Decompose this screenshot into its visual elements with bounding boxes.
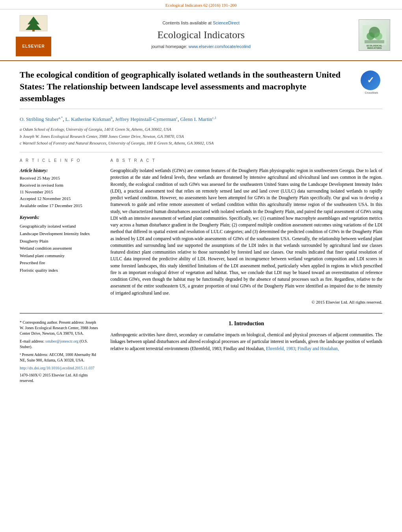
intro-body: Anthropogenic activities have direct, se… — [110, 332, 382, 352]
keyword6: Prescribed fire — [20, 260, 99, 267]
abstract-text: Geographically isolated wetlands (GIWs) … — [110, 167, 382, 305]
svg-point-6 — [374, 32, 382, 40]
article-content: The ecological condition of geographical… — [0, 61, 402, 394]
abstract-copyright: © 2015 Elsevier Ltd. All rights reserved… — [110, 299, 382, 306]
sciencedirect-link[interactable]: ScienceDirect — [213, 20, 240, 25]
keyword2: Landscape Development Intensity Index — [20, 230, 99, 237]
author3-link[interactable]: Jeffrey Hepinstall-Cymerman — [115, 117, 176, 122]
present-address-footnote: ¹ Present Address: AECOM, 1000 Abernathy… — [20, 352, 99, 363]
available-online: Available online 17 December 2015 — [20, 203, 99, 209]
journal-homepage-link[interactable]: www.elsevier.com/locate/ecolind — [188, 44, 251, 49]
eco-indicators-logo: ECOLOGICAL INDICATORS — [359, 19, 390, 51]
keyword4: Wetland condition assessment — [20, 245, 99, 252]
received-revised-label: Received in revised form — [20, 182, 99, 188]
article-title-section: The ecological condition of geographical… — [20, 69, 382, 109]
article-info-header: A R T I C L E I N F O — [20, 158, 99, 163]
author1-link[interactable]: O. Stribling Stuber — [20, 117, 59, 122]
journal-top-bar: Ecological Indicators 62 (2016) 191–200 — [0, 0, 402, 9]
intro-section: * Corresponding author. Present address:… — [20, 320, 382, 386]
keyword3: Dougherty Plain — [20, 238, 99, 245]
crossmark-icon[interactable]: ✓ — [361, 70, 380, 90]
abstract-header: A B S T R A C T — [110, 158, 382, 163]
history-label: Article history: — [20, 167, 99, 174]
article-title: The ecological condition of geographical… — [20, 69, 361, 104]
contents-available-line: Contents lists available at ScienceDirec… — [55, 20, 347, 26]
ehrenfeld-link[interactable]: Ehrenfeld, 1983 — [266, 346, 295, 351]
author2-link[interactable]: L. Katherine Kirkman — [65, 117, 111, 122]
keyword1: Geographically isolated wetland — [20, 223, 99, 230]
intro-heading: 1. Introduction — [110, 320, 382, 328]
journal-logo-right: ECOLOGICAL INDICATORS — [347, 19, 390, 51]
keywords-list: Geographically isolated wetland Landscap… — [20, 223, 99, 274]
abstract-col: A B S T R A C T Geographically isolated … — [110, 158, 382, 305]
affiliation-c: c Warnell School of Forestry and Natural… — [20, 140, 382, 146]
affiliation-b: b Joseph W. Jones Ecological Research Ce… — [20, 133, 382, 140]
received-date: Received 25 May 2015 — [20, 175, 99, 181]
crossmark-logo[interactable]: ✓ CrossMark — [361, 70, 382, 92]
divider1 — [20, 152, 382, 152]
two-col-section: A R T I C L E I N F O Article history: R… — [20, 158, 382, 305]
keywords-label: Keywords: — [20, 214, 99, 221]
eco-logo-text: ECOLOGICAL INDICATORS — [359, 44, 390, 49]
doi-link[interactable]: http://dx.doi.org/10.1016/j.ecolind.2015… — [20, 366, 95, 370]
eco-logo-image — [363, 25, 386, 45]
svg-point-5 — [367, 32, 374, 40]
affiliations: a Odum School of Ecology, University of … — [20, 126, 382, 146]
intro-text-col: 1. Introduction Anthropogenic activities… — [110, 320, 382, 386]
findlay-link[interactable]: Findlay and Houlahan, — [298, 346, 339, 351]
accepted-date: Accepted 12 November 2015 — [20, 196, 99, 202]
keyword5: Wetland plant community — [20, 252, 99, 260]
email-link[interactable]: sstuber@jonesctr.org — [45, 339, 78, 343]
keyword7: Floristic quality index — [20, 267, 99, 274]
elsevier-tree-logo — [18, 13, 49, 35]
journal-citation: Ecological Indicators 62 (2016) 191–200 — [166, 3, 237, 7]
received-revised-date: 11 November 2015 — [20, 189, 99, 195]
issn-line: 1470-160X/© 2015 Elsevier Ltd. All right… — [20, 373, 99, 384]
bottom-section: * Corresponding author. Present address:… — [20, 313, 382, 386]
corresponding-footnote: * Corresponding author. Present address:… — [20, 320, 99, 336]
svg-rect-2 — [32, 30, 35, 32]
affiliation-a: a Odum School of Ecology, University of … — [20, 126, 382, 133]
authors-line: O. Stribling Stubera,*, L. Katherine Kir… — [20, 115, 382, 123]
journal-homepage-line: journal homepage: www.elsevier.com/locat… — [55, 44, 347, 50]
article-info-col: A R T I C L E I N F O Article history: R… — [20, 158, 99, 305]
journal-header-center: Contents lists available at ScienceDirec… — [55, 20, 347, 50]
author4-link[interactable]: Glenn I. Martin — [180, 117, 212, 122]
article-history: Article history: Received 25 May 2015 Re… — [20, 167, 99, 209]
footnotes-col: * Corresponding author. Present address:… — [20, 320, 99, 386]
journal-header: ELSEVIER Contents lists available at Sci… — [0, 9, 402, 61]
abstract-body: Geographically isolated wetlands (GIWs) … — [110, 167, 382, 297]
journal-title: Ecological Indicators — [55, 28, 347, 42]
keywords-section: Keywords: Geographically isolated wetlan… — [20, 214, 99, 274]
svg-rect-7 — [365, 40, 384, 43]
elsevier-logo-area: ELSEVIER — [12, 13, 55, 56]
elsevier-brand: ELSEVIER — [16, 37, 51, 56]
email-footnote: E-mail address: sstuber@jonesctr.org (O.… — [20, 339, 99, 350]
